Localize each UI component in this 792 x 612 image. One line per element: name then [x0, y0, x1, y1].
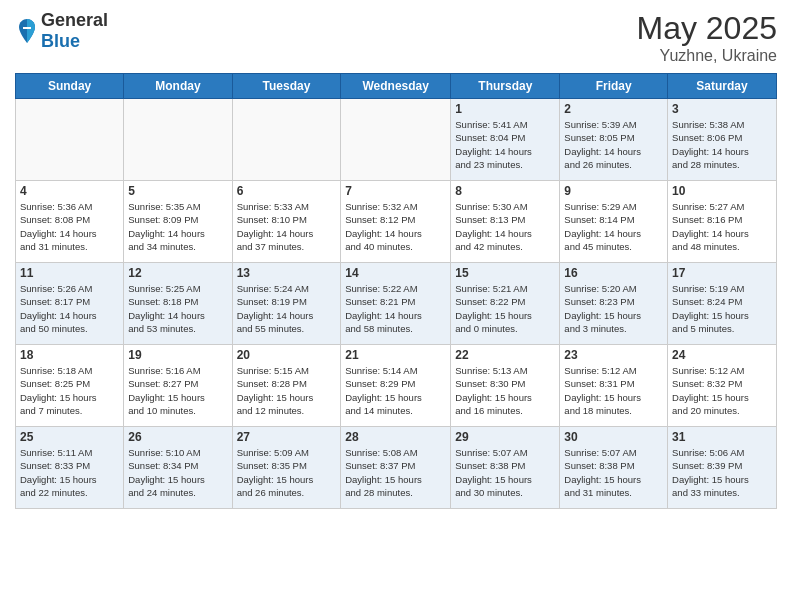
day-number: 10	[672, 184, 772, 198]
day-info: Sunrise: 5:14 AM Sunset: 8:29 PM Dayligh…	[345, 364, 446, 417]
table-row: 24Sunrise: 5:12 AM Sunset: 8:32 PM Dayli…	[668, 345, 777, 427]
day-info: Sunrise: 5:35 AM Sunset: 8:09 PM Dayligh…	[128, 200, 227, 253]
day-info: Sunrise: 5:18 AM Sunset: 8:25 PM Dayligh…	[20, 364, 119, 417]
header: General Blue May 2025 Yuzhne, Ukraine	[15, 10, 777, 65]
col-thursday: Thursday	[451, 74, 560, 99]
page: General Blue May 2025 Yuzhne, Ukraine Su…	[0, 0, 792, 612]
day-number: 5	[128, 184, 227, 198]
day-info: Sunrise: 5:16 AM Sunset: 8:27 PM Dayligh…	[128, 364, 227, 417]
table-row: 12Sunrise: 5:25 AM Sunset: 8:18 PM Dayli…	[124, 263, 232, 345]
day-number: 3	[672, 102, 772, 116]
table-row: 13Sunrise: 5:24 AM Sunset: 8:19 PM Dayli…	[232, 263, 341, 345]
location-subtitle: Yuzhne, Ukraine	[636, 47, 777, 65]
col-friday: Friday	[560, 74, 668, 99]
logo-icon	[15, 17, 39, 45]
day-info: Sunrise: 5:13 AM Sunset: 8:30 PM Dayligh…	[455, 364, 555, 417]
day-number: 17	[672, 266, 772, 280]
day-number: 30	[564, 430, 663, 444]
day-number: 21	[345, 348, 446, 362]
day-info: Sunrise: 5:30 AM Sunset: 8:13 PM Dayligh…	[455, 200, 555, 253]
table-row: 23Sunrise: 5:12 AM Sunset: 8:31 PM Dayli…	[560, 345, 668, 427]
table-row	[341, 99, 451, 181]
day-info: Sunrise: 5:27 AM Sunset: 8:16 PM Dayligh…	[672, 200, 772, 253]
day-number: 15	[455, 266, 555, 280]
day-info: Sunrise: 5:07 AM Sunset: 8:38 PM Dayligh…	[564, 446, 663, 499]
title-block: May 2025 Yuzhne, Ukraine	[636, 10, 777, 65]
day-number: 27	[237, 430, 337, 444]
table-row: 9Sunrise: 5:29 AM Sunset: 8:14 PM Daylig…	[560, 181, 668, 263]
day-number: 6	[237, 184, 337, 198]
day-number: 25	[20, 430, 119, 444]
day-number: 11	[20, 266, 119, 280]
day-number: 19	[128, 348, 227, 362]
day-number: 28	[345, 430, 446, 444]
day-info: Sunrise: 5:19 AM Sunset: 8:24 PM Dayligh…	[672, 282, 772, 335]
day-number: 23	[564, 348, 663, 362]
day-info: Sunrise: 5:29 AM Sunset: 8:14 PM Dayligh…	[564, 200, 663, 253]
table-row	[232, 99, 341, 181]
table-row: 20Sunrise: 5:15 AM Sunset: 8:28 PM Dayli…	[232, 345, 341, 427]
day-number: 22	[455, 348, 555, 362]
col-sunday: Sunday	[16, 74, 124, 99]
table-row: 8Sunrise: 5:30 AM Sunset: 8:13 PM Daylig…	[451, 181, 560, 263]
day-info: Sunrise: 5:07 AM Sunset: 8:38 PM Dayligh…	[455, 446, 555, 499]
table-row: 18Sunrise: 5:18 AM Sunset: 8:25 PM Dayli…	[16, 345, 124, 427]
calendar-table: Sunday Monday Tuesday Wednesday Thursday…	[15, 73, 777, 509]
table-row: 28Sunrise: 5:08 AM Sunset: 8:37 PM Dayli…	[341, 427, 451, 509]
calendar-week-2: 4Sunrise: 5:36 AM Sunset: 8:08 PM Daylig…	[16, 181, 777, 263]
day-number: 7	[345, 184, 446, 198]
day-info: Sunrise: 5:22 AM Sunset: 8:21 PM Dayligh…	[345, 282, 446, 335]
col-monday: Monday	[124, 74, 232, 99]
day-number: 31	[672, 430, 772, 444]
table-row: 4Sunrise: 5:36 AM Sunset: 8:08 PM Daylig…	[16, 181, 124, 263]
day-number: 24	[672, 348, 772, 362]
table-row: 31Sunrise: 5:06 AM Sunset: 8:39 PM Dayli…	[668, 427, 777, 509]
day-number: 1	[455, 102, 555, 116]
day-info: Sunrise: 5:26 AM Sunset: 8:17 PM Dayligh…	[20, 282, 119, 335]
table-row: 10Sunrise: 5:27 AM Sunset: 8:16 PM Dayli…	[668, 181, 777, 263]
day-info: Sunrise: 5:11 AM Sunset: 8:33 PM Dayligh…	[20, 446, 119, 499]
day-info: Sunrise: 5:09 AM Sunset: 8:35 PM Dayligh…	[237, 446, 337, 499]
calendar-week-1: 1Sunrise: 5:41 AM Sunset: 8:04 PM Daylig…	[16, 99, 777, 181]
table-row: 29Sunrise: 5:07 AM Sunset: 8:38 PM Dayli…	[451, 427, 560, 509]
day-number: 16	[564, 266, 663, 280]
day-number: 4	[20, 184, 119, 198]
day-info: Sunrise: 5:20 AM Sunset: 8:23 PM Dayligh…	[564, 282, 663, 335]
day-info: Sunrise: 5:25 AM Sunset: 8:18 PM Dayligh…	[128, 282, 227, 335]
day-number: 29	[455, 430, 555, 444]
day-number: 13	[237, 266, 337, 280]
calendar-header-row: Sunday Monday Tuesday Wednesday Thursday…	[16, 74, 777, 99]
day-number: 18	[20, 348, 119, 362]
day-info: Sunrise: 5:08 AM Sunset: 8:37 PM Dayligh…	[345, 446, 446, 499]
logo-blue-text: Blue	[41, 31, 108, 52]
day-info: Sunrise: 5:12 AM Sunset: 8:31 PM Dayligh…	[564, 364, 663, 417]
month-year-title: May 2025	[636, 10, 777, 47]
calendar-week-5: 25Sunrise: 5:11 AM Sunset: 8:33 PM Dayli…	[16, 427, 777, 509]
table-row: 30Sunrise: 5:07 AM Sunset: 8:38 PM Dayli…	[560, 427, 668, 509]
table-row: 26Sunrise: 5:10 AM Sunset: 8:34 PM Dayli…	[124, 427, 232, 509]
day-info: Sunrise: 5:10 AM Sunset: 8:34 PM Dayligh…	[128, 446, 227, 499]
day-info: Sunrise: 5:32 AM Sunset: 8:12 PM Dayligh…	[345, 200, 446, 253]
day-info: Sunrise: 5:39 AM Sunset: 8:05 PM Dayligh…	[564, 118, 663, 171]
day-number: 2	[564, 102, 663, 116]
table-row: 17Sunrise: 5:19 AM Sunset: 8:24 PM Dayli…	[668, 263, 777, 345]
logo: General Blue	[15, 10, 108, 52]
table-row: 14Sunrise: 5:22 AM Sunset: 8:21 PM Dayli…	[341, 263, 451, 345]
table-row: 15Sunrise: 5:21 AM Sunset: 8:22 PM Dayli…	[451, 263, 560, 345]
table-row: 5Sunrise: 5:35 AM Sunset: 8:09 PM Daylig…	[124, 181, 232, 263]
day-number: 20	[237, 348, 337, 362]
day-number: 14	[345, 266, 446, 280]
day-info: Sunrise: 5:06 AM Sunset: 8:39 PM Dayligh…	[672, 446, 772, 499]
day-info: Sunrise: 5:24 AM Sunset: 8:19 PM Dayligh…	[237, 282, 337, 335]
table-row	[16, 99, 124, 181]
calendar-week-4: 18Sunrise: 5:18 AM Sunset: 8:25 PM Dayli…	[16, 345, 777, 427]
table-row: 19Sunrise: 5:16 AM Sunset: 8:27 PM Dayli…	[124, 345, 232, 427]
day-number: 26	[128, 430, 227, 444]
table-row: 1Sunrise: 5:41 AM Sunset: 8:04 PM Daylig…	[451, 99, 560, 181]
table-row: 21Sunrise: 5:14 AM Sunset: 8:29 PM Dayli…	[341, 345, 451, 427]
table-row: 3Sunrise: 5:38 AM Sunset: 8:06 PM Daylig…	[668, 99, 777, 181]
table-row: 22Sunrise: 5:13 AM Sunset: 8:30 PM Dayli…	[451, 345, 560, 427]
day-info: Sunrise: 5:41 AM Sunset: 8:04 PM Dayligh…	[455, 118, 555, 171]
col-tuesday: Tuesday	[232, 74, 341, 99]
table-row	[124, 99, 232, 181]
